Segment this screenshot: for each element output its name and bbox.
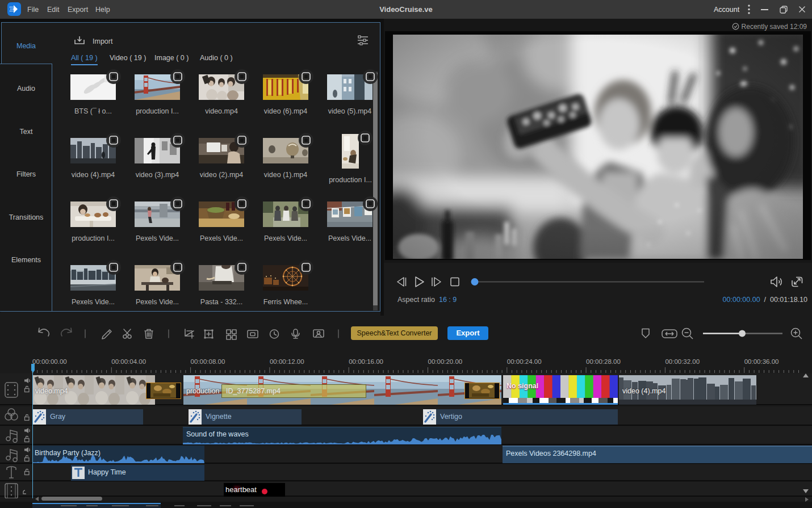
svg-text:00:00:04.00: 00:00:04.00	[111, 358, 146, 365]
svg-text:Ferris Whee...: Ferris Whee...	[263, 298, 308, 306]
svg-text:Pexels Vide...: Pexels Vide...	[264, 234, 307, 242]
svg-text:00:00:00.00: 00:00:00.00	[32, 358, 67, 365]
svg-text:00:00:28.00: 00:00:28.00	[586, 358, 621, 365]
svg-text:production I...: production I...	[136, 107, 179, 115]
svg-text:Pexels Vide...: Pexels Vide...	[136, 298, 179, 306]
svg-text:00:00:32.00: 00:00:32.00	[665, 358, 700, 365]
svg-text:Pexels Vide...: Pexels Vide...	[72, 298, 115, 306]
svg-text:Pexels Vide...: Pexels Vide...	[136, 234, 179, 242]
svg-text:production I...: production I...	[329, 176, 372, 184]
svg-text:video (1).mp4: video (1).mp4	[264, 171, 307, 179]
svg-text:video (2).mp4: video (2).mp4	[200, 171, 243, 179]
svg-text:00:00:24.00: 00:00:24.00	[507, 358, 542, 365]
svg-text:video.mp4: video.mp4	[205, 107, 238, 115]
svg-text:video (4).mp4: video (4).mp4	[72, 171, 115, 179]
svg-text:BTS (¯ ł o...: BTS (¯ ł o...	[74, 107, 112, 115]
svg-text:00:00:20.00: 00:00:20.00	[428, 358, 463, 365]
svg-text:video (5).mp4: video (5).mp4	[328, 107, 371, 115]
svg-text:video (3).mp4: video (3).mp4	[136, 171, 179, 179]
svg-text:00:00:16.00: 00:00:16.00	[349, 358, 383, 365]
svg-text:00:00:12.00: 00:00:12.00	[270, 358, 304, 365]
svg-text:Pexels Vide...: Pexels Vide...	[328, 234, 371, 242]
svg-text:00:00:36.00: 00:00:36.00	[744, 358, 779, 365]
svg-text:Pexels Vide...: Pexels Vide...	[200, 234, 243, 242]
svg-text:Pasta - 332...: Pasta - 332...	[200, 298, 242, 306]
svg-text:production I...: production I...	[72, 234, 115, 242]
svg-text:video (6).mp4: video (6).mp4	[264, 107, 307, 115]
svg-text:00:00:08.00: 00:00:08.00	[191, 358, 225, 365]
